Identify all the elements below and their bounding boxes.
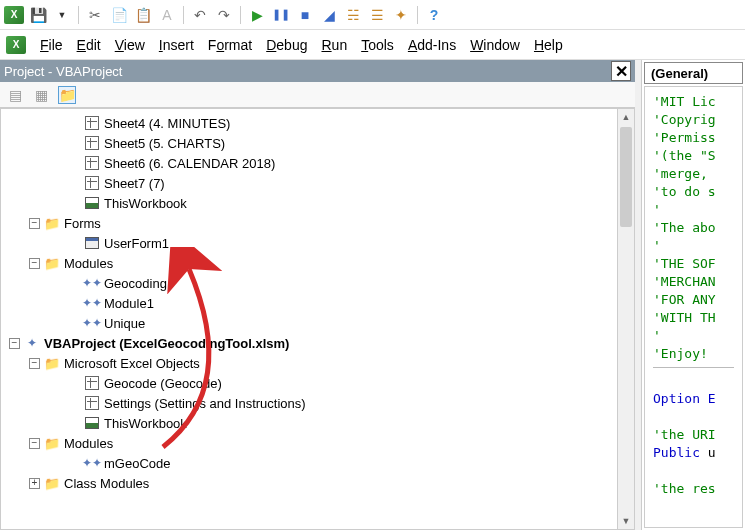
menu-edit[interactable]: Edit	[77, 37, 101, 53]
tree-node[interactable]: −📁Modules	[5, 253, 634, 273]
project-explorer-panel: Project - VBAProject ✕ ▤ ▦ 📁 Sheet4 (4. …	[0, 60, 635, 530]
toggle-folders-icon[interactable]: 📁	[58, 86, 76, 104]
cut-icon[interactable]: ✂	[85, 5, 105, 25]
tree-node[interactable]: ThisWorkbook	[5, 193, 634, 213]
code-line: 'the res	[653, 480, 734, 498]
tree-node[interactable]: Settings (Settings and Instructions)	[5, 393, 634, 413]
save-icon[interactable]: 💾	[28, 5, 48, 25]
code-line	[653, 462, 734, 480]
scroll-up-icon[interactable]: ▲	[618, 109, 634, 125]
expander-icon[interactable]: −	[29, 258, 40, 269]
copy-icon[interactable]: 📄	[109, 5, 129, 25]
excel-icon[interactable]: X	[4, 5, 24, 25]
object-dropdown[interactable]: (General)	[644, 62, 743, 84]
redo-icon[interactable]: ↷	[214, 5, 234, 25]
code-line: 'to do s	[653, 183, 734, 201]
project-tree[interactable]: Sheet4 (4. MINUTES)Sheet5 (5. CHARTS)She…	[0, 108, 635, 530]
menu-addins[interactable]: Add-Ins	[408, 37, 456, 53]
expander-icon[interactable]: −	[9, 338, 20, 349]
code-line: 'FOR ANY	[653, 291, 734, 309]
project-panel-toolbar: ▤ ▦ 📁	[0, 82, 635, 108]
run-icon[interactable]: ▶	[247, 5, 267, 25]
code-divider	[653, 367, 734, 368]
menu-view[interactable]: View	[115, 37, 145, 53]
find-icon[interactable]: A	[157, 5, 177, 25]
expander-icon[interactable]: −	[29, 218, 40, 229]
menu-help[interactable]: Help	[534, 37, 563, 53]
code-line: 'Enjoy!	[653, 345, 734, 363]
tree-node-label: UserForm1	[104, 236, 169, 251]
code-line: 'The abo	[653, 219, 734, 237]
tree-node-label: Modules	[64, 436, 113, 451]
tree-node[interactable]: −📁Microsoft Excel Objects	[5, 353, 634, 373]
worksheet-icon	[84, 375, 100, 391]
tree-node[interactable]: Sheet4 (4. MINUTES)	[5, 113, 634, 133]
menu-debug[interactable]: Debug	[266, 37, 307, 53]
tree-node[interactable]: Geocode (Geocode)	[5, 373, 634, 393]
expander-icon[interactable]: −	[29, 438, 40, 449]
folder-icon: 📁	[44, 215, 60, 231]
vertical-scrollbar[interactable]: ▲ ▼	[617, 109, 634, 529]
view-object-icon[interactable]: ▦	[32, 86, 50, 104]
tree-node[interactable]: +📁Class Modules	[5, 473, 634, 493]
expander-icon[interactable]: −	[29, 358, 40, 369]
menu-window[interactable]: Window	[470, 37, 520, 53]
code-line	[653, 408, 734, 426]
tree-node-label: Sheet6 (6. CALENDAR 2018)	[104, 156, 275, 171]
menu-insert[interactable]: Insert	[159, 37, 194, 53]
tree-node-label: Settings (Settings and Instructions)	[104, 396, 306, 411]
toolbar-separator	[183, 6, 184, 24]
tree-node[interactable]: ✦✦Unique	[5, 313, 634, 333]
tree-node-label: VBAProject (ExcelGeocodingTool.xlsm)	[44, 336, 289, 351]
tree-node[interactable]: Sheet5 (5. CHARTS)	[5, 133, 634, 153]
scrollbar-thumb[interactable]	[620, 127, 632, 227]
paste-icon[interactable]: 📋	[133, 5, 153, 25]
tree-node-label: mGeoCode	[104, 456, 170, 471]
tree-node[interactable]: −📁Forms	[5, 213, 634, 233]
stop-icon[interactable]: ■	[295, 5, 315, 25]
toolbox-icon[interactable]: ✦	[391, 5, 411, 25]
worksheet-icon	[84, 135, 100, 151]
code-editor[interactable]: 'MIT Lic'Copyrig'Permiss'(the "S'merge,'…	[644, 86, 743, 528]
tree-node[interactable]: ThisWorkbook	[5, 413, 634, 433]
tree-node[interactable]: Sheet7 (7)	[5, 173, 634, 193]
menu-file[interactable]: File	[40, 37, 63, 53]
dropdown-icon[interactable]: ▼	[52, 5, 72, 25]
tree-node[interactable]: ✦✦mGeoCode	[5, 453, 634, 473]
menu-bar: X File Edit View Insert Format Debug Run…	[0, 30, 745, 60]
worksheet-icon	[84, 115, 100, 131]
view-code-icon[interactable]: ▤	[6, 86, 24, 104]
properties-icon[interactable]: ☵	[343, 5, 363, 25]
menu-tools[interactable]: Tools	[361, 37, 394, 53]
pause-icon[interactable]: ❚❚	[271, 5, 291, 25]
tree-node[interactable]: ✦✦Module1	[5, 293, 634, 313]
tree-node[interactable]: Sheet6 (6. CALENDAR 2018)	[5, 153, 634, 173]
close-icon[interactable]: ✕	[611, 61, 631, 81]
menu-format[interactable]: Format	[208, 37, 252, 53]
scroll-down-icon[interactable]: ▼	[618, 513, 634, 529]
app-icon: X	[6, 36, 26, 54]
expander-icon[interactable]: +	[29, 478, 40, 489]
worksheet-icon	[84, 155, 100, 171]
tree-node-label: Class Modules	[64, 476, 149, 491]
design-mode-icon[interactable]: ◢	[319, 5, 339, 25]
tree-node[interactable]: −✦VBAProject (ExcelGeocodingTool.xlsm)	[5, 333, 634, 353]
menu-run[interactable]: Run	[321, 37, 347, 53]
toolbar-separator	[417, 6, 418, 24]
code-line: 'WITH TH	[653, 309, 734, 327]
code-line: 'merge,	[653, 165, 734, 183]
workbook-icon	[84, 415, 100, 431]
module-icon: ✦✦	[84, 295, 100, 311]
module-icon: ✦✦	[84, 455, 100, 471]
tree-node[interactable]: −📁Modules	[5, 433, 634, 453]
tree-node-label: Microsoft Excel Objects	[64, 356, 200, 371]
tree-node-label: Sheet5 (5. CHARTS)	[104, 136, 225, 151]
module-icon: ✦✦	[84, 315, 100, 331]
help-icon[interactable]: ?	[424, 5, 444, 25]
code-line: 'MIT Lic	[653, 93, 734, 111]
tree-node[interactable]: ✦✦Geocoding	[5, 273, 634, 293]
undo-icon[interactable]: ↶	[190, 5, 210, 25]
project-explorer-icon[interactable]: ☰	[367, 5, 387, 25]
code-line	[653, 372, 734, 390]
tree-node[interactable]: UserForm1	[5, 233, 634, 253]
